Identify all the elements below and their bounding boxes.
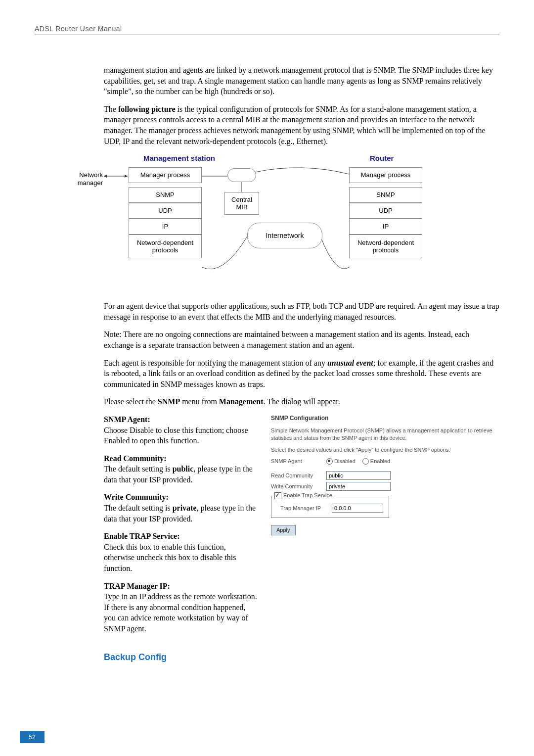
text: The default setting is bbox=[104, 504, 173, 512]
snmp-agent-label: SNMP Agent bbox=[271, 458, 326, 465]
trap-manager-ip-heading: TRAP Manager IP: bbox=[104, 581, 257, 592]
read-community-body: The default setting is public, please ty… bbox=[104, 464, 257, 485]
text: protocols bbox=[152, 246, 178, 254]
enable-trap-heading: Enable TRAP Service: bbox=[104, 531, 257, 542]
left-descriptions: SNMP Agent: Choose Disable to close this… bbox=[104, 414, 257, 641]
panel-hint: Select the desired values and click "App… bbox=[271, 446, 499, 454]
snmp-agent-heading: SNMP Agent: bbox=[104, 414, 257, 425]
left-protocol-stack: Manager process SNMP UDP IP Netword-depe… bbox=[129, 167, 202, 258]
paragraph: For an agent device that supports other … bbox=[104, 301, 499, 322]
snmp-diagram: Management station Router Network bbox=[74, 153, 430, 292]
stack-box: Manager process bbox=[349, 167, 422, 183]
apply-button[interactable]: Apply bbox=[271, 525, 296, 535]
stack-box: SNMP bbox=[349, 187, 422, 203]
header-rule bbox=[35, 35, 499, 35]
paragraph: Each agent is responsible for notifying … bbox=[104, 358, 499, 390]
write-community-label: Write Community bbox=[271, 483, 326, 490]
stack-box: UDP bbox=[129, 203, 202, 219]
text: Central bbox=[231, 196, 252, 204]
small-cloud bbox=[227, 168, 256, 182]
text: menu from bbox=[180, 397, 219, 406]
network-manager-label: Network manager bbox=[74, 171, 103, 187]
read-community-label: Read Community bbox=[271, 472, 326, 479]
text: The bbox=[104, 105, 118, 113]
backup-config-heading: Backup Config bbox=[104, 651, 499, 663]
stack-box: UDP bbox=[349, 203, 422, 219]
right-protocol-stack: Manager process SNMP UDP IP Netword-depe… bbox=[349, 167, 422, 258]
snmp-agent-disabled-radio[interactable] bbox=[326, 458, 333, 465]
paragraph: management station and agents are linked… bbox=[104, 65, 499, 97]
bold-text: Management bbox=[219, 397, 264, 406]
write-community-body: The default setting is private, please t… bbox=[104, 503, 257, 524]
bold-italic-text: unusual event bbox=[327, 359, 373, 367]
text: Each agent is responsible for notifying … bbox=[104, 359, 327, 367]
bold-text: following picture bbox=[118, 105, 176, 113]
write-community-input[interactable] bbox=[326, 482, 391, 491]
enable-trap-checkbox[interactable] bbox=[274, 492, 281, 499]
page-number: 52 bbox=[20, 731, 44, 743]
paragraph: The following picture is the typical con… bbox=[104, 104, 499, 146]
stack-box: IP bbox=[349, 219, 422, 235]
central-mib-box: Central MIB bbox=[224, 192, 259, 215]
snmp-config-panel: SNMP Configuration Simple Network Manage… bbox=[271, 414, 499, 641]
text: manager bbox=[78, 179, 103, 187]
radio-label-disabled: Disabled bbox=[334, 458, 356, 465]
page-header: ADSL Router User Manual bbox=[35, 25, 499, 33]
svg-marker-2 bbox=[125, 175, 128, 178]
read-community-input[interactable] bbox=[326, 471, 391, 480]
trap-manager-ip-body: Type in an IP address as the remote work… bbox=[104, 591, 257, 634]
text: MIB bbox=[236, 203, 247, 211]
enable-trap-body: Check this box to enable this function, … bbox=[104, 542, 257, 574]
write-community-heading: Write Community: bbox=[104, 492, 257, 503]
stack-box: IP bbox=[129, 219, 202, 235]
text: Network bbox=[79, 171, 103, 179]
stack-box: Netword-dependent protocols bbox=[349, 235, 422, 258]
trap-manager-ip-label: Trap Manager IP bbox=[280, 505, 332, 512]
stack-box: Netword-dependent protocols bbox=[129, 235, 202, 258]
text: Netword-dependent bbox=[137, 239, 193, 247]
stack-box: SNMP bbox=[129, 187, 202, 203]
enable-trap-label: Enable Trap Service bbox=[283, 492, 332, 499]
panel-title: SNMP Configuration bbox=[271, 414, 499, 422]
trap-manager-ip-input[interactable] bbox=[332, 504, 383, 513]
internetwork-cloud: Internetwork bbox=[247, 223, 322, 248]
text: Netword-dependent bbox=[357, 239, 414, 247]
text: Please select the bbox=[104, 397, 158, 406]
trap-service-group: Enable Trap Service Trap Manager IP bbox=[271, 496, 389, 518]
panel-description: Simple Network Management Protocol (SNMP… bbox=[271, 427, 499, 442]
text: The default setting is bbox=[104, 465, 173, 473]
text: . The dialog will appear. bbox=[264, 397, 340, 406]
svg-marker-1 bbox=[104, 175, 107, 178]
bold-text: SNMP bbox=[158, 397, 180, 406]
paragraph: Note: There are no ongoing connections a… bbox=[104, 329, 499, 350]
paragraph: Please select the SNMP menu from Managem… bbox=[104, 396, 499, 407]
stack-box: Manager process bbox=[129, 167, 202, 183]
radio-label-enabled: Enabled bbox=[370, 458, 390, 465]
text: protocols bbox=[373, 246, 399, 254]
bold-text: private bbox=[173, 504, 197, 512]
bold-text: public bbox=[173, 465, 194, 473]
read-community-heading: Read Community: bbox=[104, 453, 257, 464]
snmp-agent-body: Choose Disable to close this function; c… bbox=[104, 425, 257, 446]
snmp-agent-enabled-radio[interactable] bbox=[362, 458, 369, 465]
